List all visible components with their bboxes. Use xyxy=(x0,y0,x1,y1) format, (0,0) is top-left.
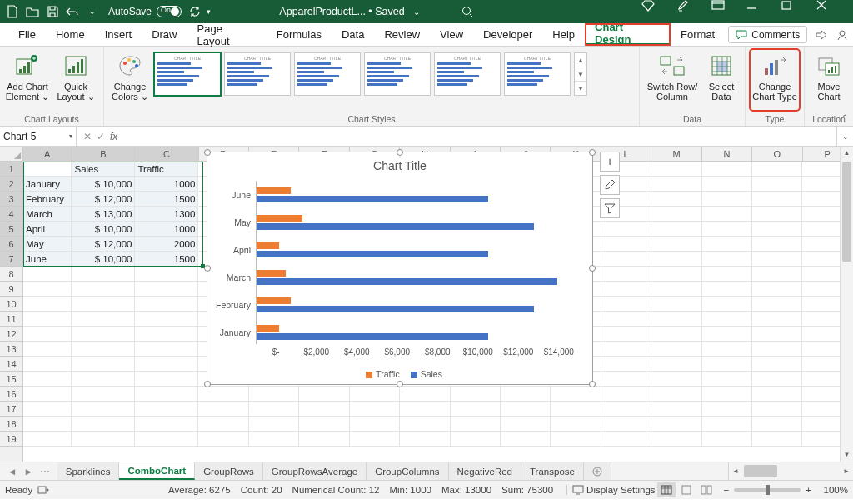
cell[interactable] xyxy=(601,387,651,402)
row-header[interactable]: 7 xyxy=(0,252,22,267)
name-box[interactable]: Chart 5 ▾ xyxy=(0,127,77,146)
cell[interactable]: $ 12,000 xyxy=(72,192,135,207)
row-header[interactable]: 13 xyxy=(0,342,22,357)
search-icon[interactable] xyxy=(461,6,473,17)
cell[interactable] xyxy=(752,282,802,297)
cell[interactable] xyxy=(501,417,551,432)
collapse-ribbon-icon[interactable]: ⌃ xyxy=(841,113,848,122)
cell[interactable] xyxy=(752,177,802,192)
cell[interactable] xyxy=(601,237,651,252)
sheet-tab[interactable]: NegativeRed xyxy=(449,462,521,480)
view-page-layout-icon[interactable] xyxy=(677,482,696,497)
zoom-out-button[interactable]: − xyxy=(724,485,730,495)
chart-bar-traffic[interactable] xyxy=(256,187,291,194)
cell[interactable] xyxy=(72,417,135,432)
row-header[interactable]: 19 xyxy=(0,432,22,447)
cell[interactable] xyxy=(601,282,651,297)
cell[interactable] xyxy=(23,342,72,357)
tab-draw[interactable]: Draw xyxy=(142,23,187,46)
cell[interactable] xyxy=(23,297,72,312)
cell[interactable] xyxy=(400,387,450,402)
row-header[interactable]: 10 xyxy=(0,297,22,312)
cell[interactable] xyxy=(23,357,72,372)
cell[interactable] xyxy=(601,372,651,387)
change-chart-type-button[interactable]: Change Chart Type xyxy=(751,50,799,110)
chart-bar-sales[interactable] xyxy=(256,223,534,230)
cell[interactable] xyxy=(23,267,72,282)
cell[interactable] xyxy=(451,387,501,402)
sheet-tab[interactable]: Transpose xyxy=(521,462,584,480)
chart-style-thumb[interactable]: CHART TITLE xyxy=(504,52,571,96)
cell[interactable] xyxy=(651,177,701,192)
cell[interactable] xyxy=(249,432,299,447)
cell[interactable] xyxy=(702,342,752,357)
display-settings-button[interactable]: Display Settings xyxy=(566,485,655,495)
cell[interactable] xyxy=(752,372,802,387)
saved-dropdown-icon[interactable]: ⌄ xyxy=(413,7,420,17)
chart-bar-traffic[interactable] xyxy=(256,270,286,277)
cell[interactable] xyxy=(135,282,198,297)
chart-style-thumb[interactable]: CHART TITLE xyxy=(154,52,221,96)
row-header[interactable]: 15 xyxy=(0,372,22,387)
row-header[interactable]: 4 xyxy=(0,207,22,222)
cell[interactable] xyxy=(299,402,349,417)
cell[interactable] xyxy=(702,402,752,417)
cell[interactable] xyxy=(72,327,135,342)
sheet-nav[interactable]: ◄ ► ⋯ xyxy=(0,462,57,480)
quick-layout-button[interactable]: Quick Layout ⌄ xyxy=(53,50,98,110)
cell[interactable] xyxy=(651,402,701,417)
redo-dropdown-icon[interactable]: ⌄ xyxy=(83,2,102,21)
close-icon[interactable] xyxy=(816,0,850,23)
row-header[interactable]: 6 xyxy=(0,237,22,252)
cell[interactable] xyxy=(651,252,701,267)
select-all-cell[interactable] xyxy=(0,147,23,162)
spreadsheet-grid[interactable]: ABCDEFGHIJKLMNOP 12345678910111213141516… xyxy=(0,147,853,462)
move-chart-button[interactable]: Move Chart xyxy=(810,50,848,110)
cell[interactable]: Sales xyxy=(72,162,135,177)
formula-input[interactable] xyxy=(124,127,836,146)
sheet-tab[interactable]: GroupRows xyxy=(195,462,263,480)
cell[interactable] xyxy=(651,387,701,402)
cell[interactable] xyxy=(752,267,802,282)
tab-chart-design[interactable]: Chart Design xyxy=(585,23,671,46)
cell[interactable] xyxy=(651,432,701,447)
col-header[interactable]: M xyxy=(651,147,701,161)
cell[interactable]: January xyxy=(23,177,72,192)
cell[interactable] xyxy=(601,432,651,447)
scroll-right-icon[interactable]: ► xyxy=(840,462,853,480)
tab-data[interactable]: Data xyxy=(332,23,374,46)
tab-review[interactable]: Review xyxy=(374,23,430,46)
cell[interactable] xyxy=(551,387,601,402)
cell[interactable] xyxy=(651,207,701,222)
cell[interactable]: $ 10,000 xyxy=(72,252,135,267)
share-icon[interactable] xyxy=(811,23,831,46)
row-header[interactable]: 18 xyxy=(0,417,22,432)
col-header[interactable]: C xyxy=(135,147,198,161)
diamond-icon[interactable] xyxy=(641,0,675,23)
resize-handle[interactable] xyxy=(204,265,211,272)
cell[interactable] xyxy=(601,252,651,267)
sheet-tab[interactable]: GroupRowsAverage xyxy=(263,462,367,480)
cell[interactable] xyxy=(299,387,349,402)
cell[interactable] xyxy=(702,237,752,252)
cell[interactable] xyxy=(651,342,701,357)
cell[interactable]: June xyxy=(23,252,72,267)
cell[interactable] xyxy=(752,237,802,252)
cell[interactable] xyxy=(198,417,248,432)
cell[interactable] xyxy=(702,417,752,432)
zoom-slider[interactable] xyxy=(734,488,801,492)
cell[interactable] xyxy=(702,387,752,402)
scrollbar-thumb[interactable] xyxy=(744,465,777,477)
change-colors-button[interactable]: Change Colors ⌄ xyxy=(109,50,151,110)
row-header[interactable]: 14 xyxy=(0,357,22,372)
cell[interactable] xyxy=(72,357,135,372)
cell[interactable] xyxy=(702,372,752,387)
cell[interactable] xyxy=(249,402,299,417)
cell[interactable]: February xyxy=(23,192,72,207)
chart-elements-button[interactable]: + xyxy=(600,152,620,172)
cell[interactable] xyxy=(350,387,400,402)
scroll-left-icon[interactable]: ◄ xyxy=(729,462,742,480)
row-header[interactable]: 5 xyxy=(0,222,22,237)
embedded-chart[interactable]: Chart Title JuneMayAprilMarchFebruaryJan… xyxy=(207,152,593,385)
chevron-down-icon[interactable]: ▾ xyxy=(69,132,72,140)
